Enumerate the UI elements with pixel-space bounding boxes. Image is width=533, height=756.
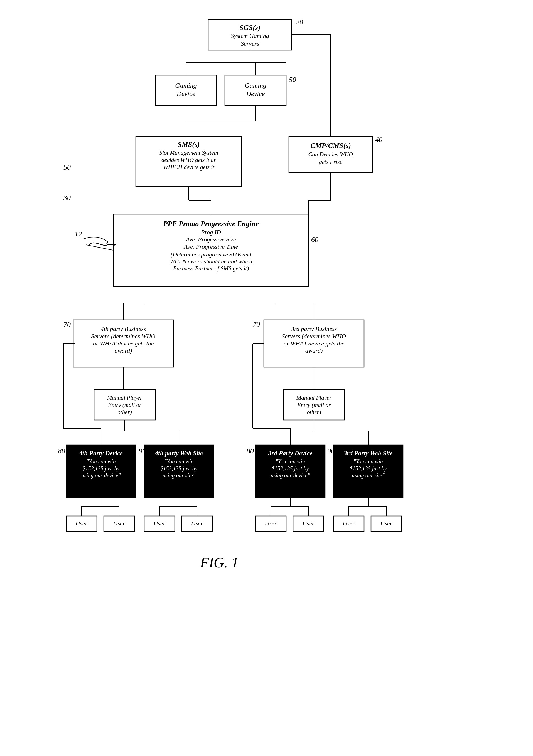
svg-line-150 bbox=[86, 245, 114, 250]
svg-text:System Gaming: System Gaming bbox=[231, 32, 269, 39]
svg-text:20: 20 bbox=[296, 18, 303, 26]
svg-text:Can Decides WHO: Can Decides WHO bbox=[308, 151, 353, 158]
svg-text:"You can win: "You can win bbox=[275, 458, 305, 465]
svg-text:Entry (mail or: Entry (mail or bbox=[107, 402, 141, 408]
svg-text:4th Party Device: 4th Party Device bbox=[79, 450, 123, 457]
svg-text:30: 30 bbox=[63, 194, 71, 202]
svg-text:$152,135 just by: $152,135 just by bbox=[160, 465, 197, 472]
svg-text:using our site": using our site" bbox=[162, 472, 195, 479]
svg-text:90: 90 bbox=[139, 447, 146, 455]
diagram-svg: SGS(s) System Gaming Servers Gaming Devi… bbox=[58, 11, 475, 729]
svg-text:"You can win: "You can win bbox=[86, 458, 116, 465]
svg-text:3rd Party Web Site: 3rd Party Web Site bbox=[343, 450, 392, 457]
svg-text:Servers (determines WHO: Servers (determines WHO bbox=[91, 333, 155, 339]
svg-text:User: User bbox=[302, 520, 314, 527]
svg-text:3rd Party Device: 3rd Party Device bbox=[268, 450, 312, 457]
svg-text:3rd party Business: 3rd party Business bbox=[291, 325, 336, 332]
svg-text:award): award) bbox=[114, 347, 132, 354]
svg-text:"You can win: "You can win bbox=[164, 458, 193, 465]
svg-text:(Determines progressive SIZE a: (Determines progressive SIZE and bbox=[171, 251, 251, 258]
svg-text:or WHAT device gets the: or WHAT device gets the bbox=[93, 340, 154, 347]
svg-text:using our device": using our device" bbox=[81, 472, 121, 479]
svg-text:Business Partner of SMS gets i: Business Partner of SMS gets it) bbox=[173, 265, 249, 272]
svg-text:User: User bbox=[191, 520, 203, 527]
svg-text:gets Prize: gets Prize bbox=[319, 159, 342, 165]
svg-text:Ave. Progessive Size: Ave. Progessive Size bbox=[185, 236, 236, 243]
svg-text:SGS(s): SGS(s) bbox=[239, 24, 260, 32]
svg-text:decides WHO gets it or: decides WHO gets it or bbox=[161, 157, 216, 163]
svg-text:$152,135 just by: $152,135 just by bbox=[350, 465, 387, 472]
svg-text:$152,135 just by: $152,135 just by bbox=[272, 465, 309, 472]
svg-text:80: 80 bbox=[247, 447, 254, 455]
svg-text:Manual Player: Manual Player bbox=[296, 394, 331, 401]
svg-text:Gaming: Gaming bbox=[175, 82, 197, 89]
svg-text:Device: Device bbox=[176, 90, 195, 97]
svg-text:60: 60 bbox=[311, 235, 319, 244]
svg-text:Servers (determines WHO: Servers (determines WHO bbox=[282, 333, 346, 339]
svg-text:70: 70 bbox=[64, 320, 71, 329]
svg-text:User: User bbox=[265, 520, 277, 527]
svg-text:User: User bbox=[154, 520, 165, 527]
svg-text:Prog ID: Prog ID bbox=[201, 229, 221, 235]
svg-text:50: 50 bbox=[64, 163, 71, 171]
svg-text:User: User bbox=[113, 520, 125, 527]
svg-text:award): award) bbox=[305, 347, 323, 354]
svg-text:70: 70 bbox=[253, 320, 260, 329]
svg-text:WHEN award should be and which: WHEN award should be and which bbox=[170, 258, 252, 265]
svg-text:or WHAT device gets the: or WHAT device gets the bbox=[283, 340, 344, 347]
svg-text:4th party Web Site: 4th party Web Site bbox=[154, 450, 203, 457]
svg-text:other): other) bbox=[118, 409, 132, 416]
fig-label: FIG. 1 bbox=[200, 554, 238, 571]
svg-text:User: User bbox=[75, 520, 87, 527]
svg-text:Servers: Servers bbox=[241, 40, 259, 47]
svg-text:90: 90 bbox=[327, 447, 335, 455]
svg-text:50: 50 bbox=[289, 76, 296, 84]
svg-text:Manual Player: Manual Player bbox=[107, 394, 142, 401]
svg-text:12: 12 bbox=[74, 230, 82, 238]
svg-text:Slot Management System: Slot Management System bbox=[159, 149, 218, 156]
svg-text:PPE Promo Progressive Engine: PPE Promo Progressive Engine bbox=[163, 220, 259, 228]
svg-text:other): other) bbox=[307, 409, 321, 416]
svg-text:User: User bbox=[343, 520, 354, 527]
svg-text:Entry (mail or: Entry (mail or bbox=[297, 402, 331, 408]
svg-text:80: 80 bbox=[58, 447, 65, 455]
diagram-container: SGS(s) System Gaming Servers Gaming Devi… bbox=[30, 11, 503, 729]
svg-text:SMS(s): SMS(s) bbox=[178, 141, 200, 148]
svg-text:4th party Business: 4th party Business bbox=[100, 325, 146, 332]
svg-text:WHICH device gets it: WHICH device gets it bbox=[163, 164, 214, 171]
svg-text:Device: Device bbox=[246, 90, 265, 97]
svg-text:Gaming: Gaming bbox=[245, 82, 266, 89]
svg-text:CMP/CMS(s): CMP/CMS(s) bbox=[310, 142, 351, 149]
svg-text:using our site": using our site" bbox=[352, 472, 385, 479]
svg-text:40: 40 bbox=[375, 135, 382, 144]
svg-text:User: User bbox=[380, 520, 392, 527]
svg-text:$152,135 just by: $152,135 just by bbox=[82, 465, 119, 472]
svg-text:using our device": using our device" bbox=[270, 472, 310, 479]
svg-text:Ave. Progressive Time: Ave. Progressive Time bbox=[183, 243, 238, 250]
svg-text:"You can win: "You can win bbox=[353, 458, 383, 465]
